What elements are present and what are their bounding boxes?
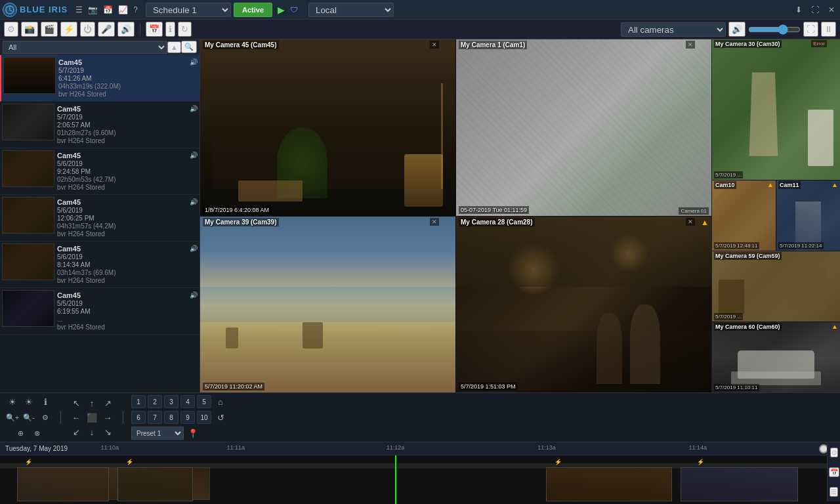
info-btn[interactable]: ℹ xyxy=(38,395,52,408)
cam11-label: Cam11 xyxy=(778,181,801,189)
tl-goto-start[interactable]: ⊙ xyxy=(830,448,838,457)
clip-name-0: Cam45 xyxy=(58,58,187,66)
record-icon[interactable]: 🎬 xyxy=(41,22,58,37)
clip-item-4[interactable]: Cam45 5/6/2019 8:14:34 AM 03h14m37s (69.… xyxy=(0,242,200,288)
download-icon[interactable]: ⬇ xyxy=(793,4,805,16)
ptz-downright[interactable]: ↘ xyxy=(100,425,115,438)
preset-5[interactable]: 5 xyxy=(197,395,211,408)
cycle-btn[interactable]: ↺ xyxy=(213,411,228,424)
controls-bar: ☀ ☀ ℹ 🔍+ 🔍- ⚙ ⊕ ⊗ ↖ ↑ ↗ ← ⬛ → ↙ ↓ ↘ 1 2 … xyxy=(0,392,840,442)
preset-4[interactable]: 4 xyxy=(180,395,195,408)
motion-marker-1: ⚡ xyxy=(25,459,32,465)
ptz-down[interactable]: ↓ xyxy=(85,425,99,438)
zoom-out2-btn[interactable]: ⊗ xyxy=(30,427,45,440)
camera-cell-cam28[interactable]: My Camera 28 (Cam28) 5/7/2019 1:51:03 PM… xyxy=(456,217,711,393)
location-pin-btn[interactable]: 📍 xyxy=(186,427,200,440)
ptz-left[interactable]: ← xyxy=(69,411,83,424)
preset-1[interactable]: 1 xyxy=(131,395,146,408)
thumb-3[interactable] xyxy=(546,467,672,501)
home-btn[interactable]: ⌂ xyxy=(213,395,228,408)
volume-icon[interactable]: 🔊 xyxy=(728,22,746,37)
all-cameras-select[interactable]: All cameras xyxy=(621,22,726,37)
info-icon[interactable]: ℹ xyxy=(165,22,175,37)
camera-cell-cam1[interactable]: Camera 01 My Camera 1 (Cam1) 05-07-2019 … xyxy=(456,39,711,216)
ptz-upright[interactable]: ↗ xyxy=(100,396,115,410)
menu-icon[interactable]: ☰ xyxy=(73,4,85,16)
zoom-in2-btn[interactable]: ⊕ xyxy=(14,427,28,440)
camera-cell-cam10[interactable]: Cam10 ▲ 5/7/2019 12:48:11 xyxy=(712,180,776,251)
trigger-icon[interactable]: ⚡ xyxy=(60,22,77,37)
preset-9[interactable]: 9 xyxy=(180,411,195,424)
power-icon[interactable]: ⏻ xyxy=(80,22,95,37)
thumb-2[interactable] xyxy=(117,467,193,501)
sidebar-scroll[interactable]: Cam45 5/7/2019 6:41:26 AM 04h33m19s (322… xyxy=(0,55,200,392)
cam1-timestamp: 05-07-2019 Tue 01:11:59 xyxy=(459,206,529,214)
time-marker-5: 11:14a xyxy=(689,444,707,451)
clip-item-0[interactable]: Cam45 5/7/2019 6:41:26 AM 04h33m19s (322… xyxy=(0,55,200,102)
preset-2[interactable]: 2 xyxy=(148,395,162,408)
sidebar-scroll-up[interactable]: ▲ xyxy=(167,41,181,53)
refresh-icon[interactable]: ↻ xyxy=(178,22,192,37)
chart-icon[interactable]: 📈 xyxy=(116,4,131,16)
volume-slider[interactable] xyxy=(748,24,801,35)
calendar-icon[interactable]: 📅 xyxy=(146,22,163,37)
settings-icon[interactable]: ⚙ xyxy=(4,22,18,37)
ptz-downleft[interactable]: ↙ xyxy=(69,425,83,438)
clip-item-1[interactable]: Cam45 5/7/2019 2:06:57 AM 01h28m27s (9.6… xyxy=(0,102,200,148)
camera-cell-cam45[interactable]: My Camera 45 (Cam45) 1/8/7/2019 6:4:20:0… xyxy=(200,39,455,216)
schedule-icon[interactable]: 📅 xyxy=(100,4,116,16)
thumb-4[interactable] xyxy=(681,467,798,501)
preset-10[interactable]: 10 xyxy=(197,411,211,424)
clip-item-2[interactable]: Cam45 5/6/2019 9:24:58 PM 02h50m53s (42.… xyxy=(0,148,200,195)
preset-select[interactable]: Preset 1 xyxy=(131,427,184,440)
snapshot-icon[interactable]: 📸 xyxy=(21,22,38,37)
shield-button[interactable]: 🛡 xyxy=(287,4,301,16)
logo-icon xyxy=(3,3,17,17)
tl-calendar[interactable]: 📅 xyxy=(829,467,839,477)
preset-7[interactable]: 7 xyxy=(148,411,162,424)
camera-cell-cam39[interactable]: My Camera 39 (Cam39) 5/7/2019 11:20:02 A… xyxy=(200,217,455,393)
clip-thumb-3 xyxy=(2,197,54,234)
expand-icon[interactable]: ⛶ xyxy=(803,22,818,37)
clip-time-4: 8:14:34 AM xyxy=(57,261,187,268)
camera-cell-cam60[interactable]: My Camera 60 (Cam60) ▲ 5/7/2019 11:10:11 xyxy=(712,322,840,392)
preset-6[interactable]: 6 xyxy=(131,411,146,424)
cam59-ts: 5/7/2019 ... xyxy=(714,313,743,320)
sidebar-zoom-in[interactable]: 🔍 xyxy=(181,41,197,53)
help-icon[interactable]: ? xyxy=(131,4,140,16)
mic-icon[interactable]: 🎤 xyxy=(98,22,115,37)
ptz-up[interactable]: ↑ xyxy=(85,396,99,410)
camera-cell-cam59[interactable]: My Camera 59 (Cam59) 5/7/2019 ... xyxy=(712,251,840,322)
clip-item-3[interactable]: Cam45 5/6/2019 12:06:25 PM 04h31m57s (44… xyxy=(0,195,200,242)
ptz-upleft[interactable]: ↖ xyxy=(69,396,83,410)
thumb-1[interactable] xyxy=(17,467,110,501)
tl-list[interactable]: ☰ xyxy=(830,487,838,497)
location-select[interactable]: Local xyxy=(308,3,394,17)
camera-cell-cam11[interactable]: Cam11 ▲ 5/7/2019 11:22:14 xyxy=(776,180,840,251)
brightness-high-btn[interactable]: ☀ xyxy=(22,395,36,408)
preset-3[interactable]: 3 xyxy=(164,395,178,408)
active-button[interactable]: Active xyxy=(234,3,272,17)
fullscreen-icon[interactable]: ⛶ xyxy=(808,4,822,16)
pause-icon[interactable]: ⏸ xyxy=(821,22,836,37)
close-icon[interactable]: ✕ xyxy=(826,4,837,16)
clip-info-0: Cam45 5/7/2019 6:41:26 AM 04h33m19s (322… xyxy=(56,57,190,99)
timeline-cursor[interactable] xyxy=(395,455,396,504)
ptz-right[interactable]: → xyxy=(100,411,115,424)
left-sidebar: All ▲ 🔍 Cam45 5/7/2019 6:41:26 AM 04h33m… xyxy=(0,39,200,392)
logo-text: BLUE IRIS xyxy=(20,5,68,14)
filter-select[interactable]: All xyxy=(3,41,167,54)
settings2-btn[interactable]: ⚙ xyxy=(38,411,52,424)
clip-item-5[interactable]: Cam45 5/5/2019 6:19:55 AM ... bvr H264 S… xyxy=(0,288,200,335)
ptz-center[interactable]: ⬛ xyxy=(85,411,99,424)
play-button[interactable]: ▶ xyxy=(275,3,287,16)
preset-8[interactable]: 8 xyxy=(164,411,178,424)
camera-cell-cam30[interactable]: My Camera 30 (Cam30) Error 5/7/2019 ... xyxy=(712,39,840,180)
audio-icon[interactable]: 🔊 xyxy=(117,22,135,37)
zoom-in-btn[interactable]: 🔍+ xyxy=(5,411,20,424)
zoom-out-btn[interactable]: 🔍- xyxy=(22,411,36,424)
schedule-dropdown[interactable]: Schedule 1 xyxy=(146,3,231,17)
camera-icon[interactable]: 📷 xyxy=(85,4,100,16)
timeline-scroll[interactable]: ⚡ ⚡ ⚡ ⚡ xyxy=(0,455,840,504)
brightness-low-btn[interactable]: ☀ xyxy=(5,395,20,408)
